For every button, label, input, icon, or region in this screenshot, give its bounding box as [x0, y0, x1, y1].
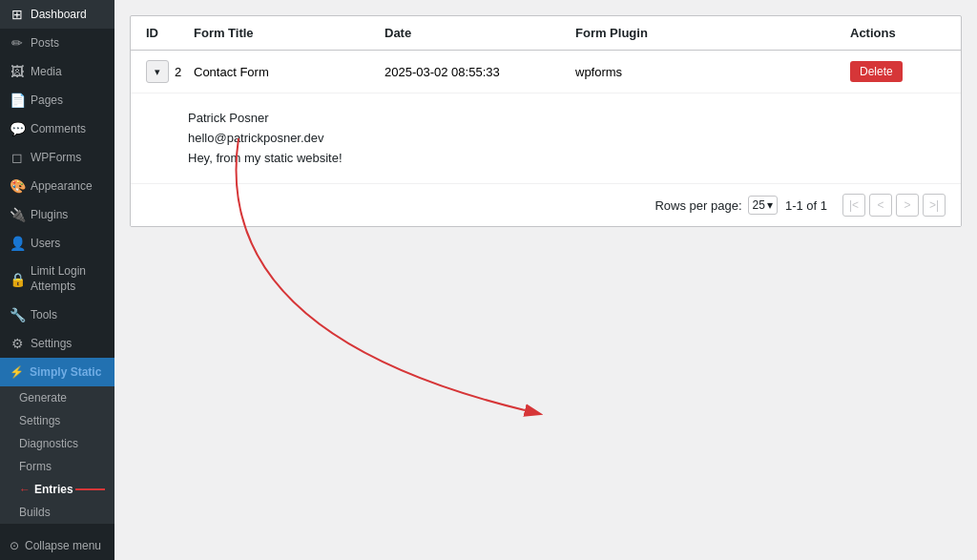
page-navigation: |< < > >| [842, 194, 946, 217]
rows-per-page: Rows per page: 25 ▾ [655, 196, 777, 215]
sidebar-item-comments[interactable]: 💬 Comments [0, 114, 114, 143]
table-header: ID Form Title Date Form Plugin Actions [131, 16, 961, 51]
sidebar-item-settings[interactable]: ⚙ Settings [0, 329, 114, 358]
pagination-bar: Rows per page: 25 ▾ 1-1 of 1 |< < > >| [131, 184, 961, 226]
row-form-title: Contact Form [194, 65, 385, 79]
posts-icon: ✏ [10, 35, 25, 51]
simply-static-icon: ⚡ [10, 365, 24, 379]
wpforms-icon: ◻ [10, 150, 25, 165]
ss-sub-builds[interactable]: Builds [0, 501, 114, 524]
first-page-button[interactable]: |< [842, 194, 865, 217]
sidebar-item-limit-login[interactable]: 🔒 Limit Login Attempts [0, 258, 114, 301]
simply-static-header[interactable]: ⚡ Simply Static [0, 358, 114, 386]
sidebar-item-dashboard[interactable]: ⊞ Dashboard [0, 0, 114, 29]
sidebar: ⊞ Dashboard ✏ Posts 🖼 Media 📄 Pages 💬 Co… [0, 0, 114, 560]
collapse-menu-button[interactable]: ⊙ Collapse menu [0, 531, 114, 560]
sidebar-item-plugins[interactable]: 🔌 Plugins [0, 200, 114, 229]
pages-icon: 📄 [10, 93, 25, 108]
plugins-icon: 🔌 [10, 207, 25, 222]
sidebar-item-wpforms[interactable]: ◻ WPForms [0, 143, 114, 172]
delete-button[interactable]: Delete [850, 61, 903, 82]
rows-per-page-select[interactable]: 25 ▾ [748, 196, 778, 215]
dashboard-icon: ⊞ [10, 7, 25, 22]
sidebar-item-pages[interactable]: 📄 Pages [0, 86, 114, 114]
col-header-form-plugin: Form Plugin [575, 26, 850, 40]
expanded-row-content: Patrick Posner hello@patrickposner.dev H… [131, 93, 961, 184]
last-page-button[interactable]: >| [923, 194, 946, 217]
row-expand-cell: ▾ 2 [146, 60, 194, 83]
sidebar-item-tools[interactable]: 🔧 Tools [0, 301, 114, 329]
rows-per-page-label: Rows per page: [655, 198, 741, 213]
ss-sub-diagnostics[interactable]: Diagnostics [0, 432, 114, 455]
expand-button[interactable]: ▾ [146, 60, 169, 83]
expanded-line3: Hey, from my static website! [188, 149, 904, 169]
row-id: 2 [175, 65, 181, 79]
ss-sub-entries[interactable]: ← Entries [0, 478, 114, 501]
main-content: ID Form Title Date Form Plugin Actions ▾… [114, 0, 977, 560]
page-info: 1-1 of 1 [785, 198, 827, 213]
ss-sub-forms[interactable]: Forms [0, 455, 114, 478]
entries-arrow-icon: ← [19, 483, 31, 496]
col-header-actions: Actions [850, 26, 946, 40]
comments-icon: 💬 [10, 121, 25, 136]
users-icon: 👤 [10, 236, 25, 251]
media-icon: 🖼 [10, 64, 25, 79]
limit-login-icon: 🔒 [10, 271, 25, 288]
table-row: ▾ 2 Contact Form 2025-03-02 08:55:33 wpf… [131, 51, 961, 93]
row-actions-cell: Delete [850, 61, 946, 82]
collapse-menu-icon: ⊙ [10, 539, 19, 552]
sidebar-item-appearance[interactable]: 🎨 Appearance [0, 172, 114, 200]
expanded-line2: hello@patrickposner.dev [188, 129, 904, 149]
entries-underline [75, 488, 105, 490]
tools-icon: 🔧 [10, 307, 25, 322]
col-header-date: Date [385, 26, 575, 40]
expanded-line1: Patrick Posner [188, 109, 904, 129]
sidebar-item-users[interactable]: 👤 Users [0, 229, 114, 258]
col-header-form-title: Form Title [194, 26, 385, 40]
rows-select-chevron-icon: ▾ [767, 198, 773, 212]
settings-icon: ⚙ [10, 336, 25, 351]
simply-static-menu: ⚡ Simply Static Generate Settings Diagno… [0, 358, 114, 524]
entries-table: ID Form Title Date Form Plugin Actions ▾… [130, 15, 962, 227]
sidebar-item-media[interactable]: 🖼 Media [0, 57, 114, 86]
sidebar-item-posts[interactable]: ✏ Posts [0, 29, 114, 57]
next-page-button[interactable]: > [896, 194, 919, 217]
row-date: 2025-03-02 08:55:33 [385, 65, 575, 79]
row-form-plugin: wpforms [575, 65, 850, 79]
prev-page-button[interactable]: < [869, 194, 892, 217]
rows-per-page-value: 25 [753, 198, 765, 212]
ss-sub-settings[interactable]: Settings [0, 409, 114, 432]
ss-sub-generate[interactable]: Generate [0, 386, 114, 409]
appearance-icon: 🎨 [10, 178, 25, 194]
col-header-id: ID [146, 26, 194, 40]
